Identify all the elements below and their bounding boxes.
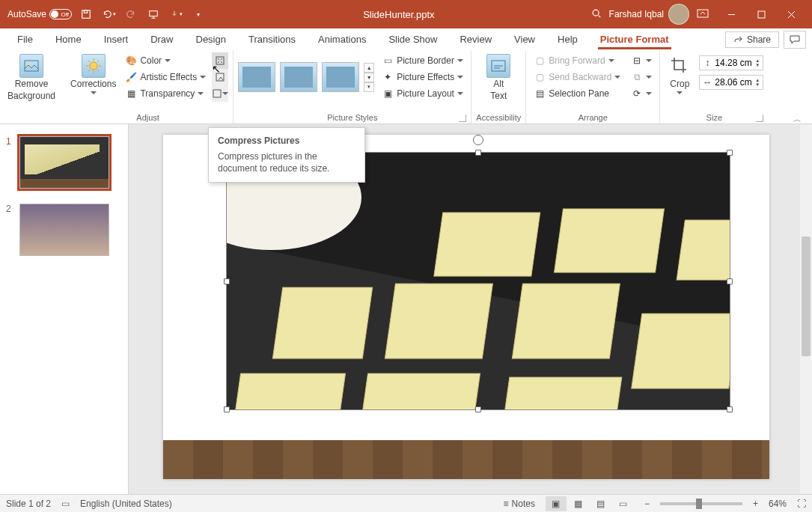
language-status[interactable]: English (United States) xyxy=(80,499,172,509)
undo-button[interactable]: ▾ xyxy=(100,5,117,23)
document-title: SlideHunter.pptx xyxy=(207,9,591,20)
maximize-button[interactable] xyxy=(746,0,776,28)
autosave-toggle[interactable]: AutoSave Off xyxy=(7,9,72,19)
chevron-down-icon xyxy=(608,59,614,62)
gallery-more-button[interactable]: ▾ xyxy=(364,82,374,92)
svg-rect-6 xyxy=(25,61,38,71)
zoom-slider-thumb[interactable] xyxy=(696,499,702,509)
selection-pane-button[interactable]: ▤Selection Pane xyxy=(531,85,623,102)
resize-handle[interactable] xyxy=(727,278,733,284)
picture-effects-button[interactable]: ✦Picture Effects xyxy=(379,69,466,85)
slide-thumbnail-1[interactable]: 1 xyxy=(0,133,128,201)
picture-layout-button[interactable]: ▣Picture Layout xyxy=(379,85,466,102)
resize-handle[interactable] xyxy=(727,150,733,156)
scrollbar-thumb[interactable] xyxy=(802,237,811,356)
save-icon[interactable] xyxy=(78,5,94,23)
thumbnail-pane[interactable]: 1 2 xyxy=(0,124,129,494)
resize-handle[interactable] xyxy=(475,150,481,156)
width-input[interactable] xyxy=(715,77,752,88)
ribbon-display-options-button[interactable] xyxy=(697,9,709,20)
slide-sorter-view-button[interactable]: ▦ xyxy=(568,496,589,511)
resize-handle[interactable] xyxy=(727,406,733,412)
style-thumb[interactable] xyxy=(322,62,359,92)
notes-button[interactable]: ≡ Notes xyxy=(504,499,535,509)
qat-more-button[interactable]: ▾ xyxy=(168,5,184,23)
chevron-down-icon xyxy=(677,91,683,94)
transparency-icon: ▦ xyxy=(125,88,137,100)
height-input-wrap[interactable]: ↕▲▼ xyxy=(699,55,763,70)
collapse-ribbon-button[interactable]: ︿ xyxy=(793,114,802,125)
slide[interactable] xyxy=(163,135,769,479)
reading-view-button[interactable]: ▤ xyxy=(590,496,611,511)
rotate-button[interactable]: ⟳ xyxy=(628,85,655,102)
share-button[interactable]: Share xyxy=(725,31,779,48)
comments-button[interactable] xyxy=(784,31,806,49)
tooltip-compress-pictures: Compress Pictures Compress pictures in t… xyxy=(208,127,365,183)
resize-handle[interactable] xyxy=(224,278,230,284)
user-account[interactable]: Farshad Iqbal xyxy=(609,4,689,25)
resize-handle[interactable] xyxy=(224,406,230,412)
svg-point-8 xyxy=(90,62,97,70)
zoom-value[interactable]: 64% xyxy=(769,499,787,509)
group-label-size: Size xyxy=(665,113,763,124)
style-thumb[interactable] xyxy=(238,62,275,92)
gallery-up-button[interactable]: ▲ xyxy=(364,63,374,73)
compress-pictures-button[interactable] xyxy=(212,52,228,69)
zoom-out-button[interactable]: − xyxy=(644,499,650,509)
corrections-icon xyxy=(82,54,106,78)
picture-border-button[interactable]: ▭Picture Border xyxy=(379,52,466,69)
width-input-wrap[interactable]: ↔▲▼ xyxy=(699,75,763,90)
change-picture-button[interactable] xyxy=(212,69,228,85)
zoom-slider[interactable] xyxy=(660,502,742,505)
height-input[interactable] xyxy=(715,58,752,68)
picture-style-gallery[interactable]: ▲ ▼ ▾ xyxy=(238,52,374,102)
zoom-in-button[interactable]: + xyxy=(753,499,758,509)
normal-view-button[interactable]: ▣ xyxy=(546,496,567,511)
tab-review[interactable]: Review xyxy=(448,29,503,49)
dialog-launcher-button[interactable] xyxy=(459,115,466,122)
remove-background-button[interactable]: Remove Background xyxy=(4,52,58,103)
tab-file[interactable]: File xyxy=(6,29,44,49)
rotate-handle[interactable] xyxy=(473,135,483,145)
redo-button[interactable] xyxy=(123,5,139,23)
color-button[interactable]: 🎨Color xyxy=(122,52,209,69)
fit-to-window-button[interactable]: ⛶ xyxy=(797,499,806,509)
gallery-down-button[interactable]: ▼ xyxy=(364,73,374,82)
spin-down-button[interactable]: ▼ xyxy=(755,82,760,87)
qat-customize-button[interactable]: ▾ xyxy=(190,5,207,23)
slideshow-view-button[interactable]: ▭ xyxy=(613,496,634,511)
selected-picture[interactable] xyxy=(227,153,730,409)
slide-thumbnail-2[interactable]: 2 xyxy=(0,201,128,268)
artistic-effects-button[interactable]: 🖌️Artistic Effects xyxy=(122,69,209,85)
search-button[interactable] xyxy=(591,8,602,21)
tab-transitions[interactable]: Transitions xyxy=(237,29,307,49)
tab-insert[interactable]: Insert xyxy=(93,29,140,49)
tooltip-body: Compress pictures in the document to red… xyxy=(218,150,355,174)
svg-rect-24 xyxy=(555,209,665,272)
style-thumb[interactable] xyxy=(280,62,317,92)
alt-text-button[interactable]: Alt Text xyxy=(476,52,521,103)
tab-draw[interactable]: Draw xyxy=(139,29,184,49)
tab-help[interactable]: Help xyxy=(546,29,589,49)
resize-handle[interactable] xyxy=(475,406,481,412)
transparency-button[interactable]: ▦Transparency xyxy=(122,85,209,102)
vertical-scrollbar[interactable] xyxy=(800,124,812,494)
align-button[interactable]: ⊟ xyxy=(628,52,655,69)
tab-view[interactable]: View xyxy=(503,29,546,49)
close-button[interactable] xyxy=(776,0,806,28)
dialog-launcher-button[interactable] xyxy=(756,115,763,122)
corrections-button[interactable]: Corrections xyxy=(67,52,119,102)
spin-down-button[interactable]: ▼ xyxy=(755,63,760,67)
minimize-button[interactable] xyxy=(716,0,746,28)
slide-counter[interactable]: Slide 1 of 2 xyxy=(6,499,51,509)
reset-picture-button[interactable] xyxy=(212,85,228,102)
present-from-beginning-icon[interactable] xyxy=(145,5,162,23)
tab-home[interactable]: Home xyxy=(44,29,93,49)
tab-picture-format[interactable]: Picture Format xyxy=(589,29,680,49)
tab-slideshow[interactable]: Slide Show xyxy=(377,29,448,49)
tab-design[interactable]: Design xyxy=(185,29,237,49)
tab-animations[interactable]: Animations xyxy=(307,29,377,49)
crop-button[interactable]: Crop xyxy=(665,52,695,96)
chevron-down-icon xyxy=(165,59,171,62)
accessibility-check-icon[interactable]: ▭ xyxy=(61,499,70,509)
